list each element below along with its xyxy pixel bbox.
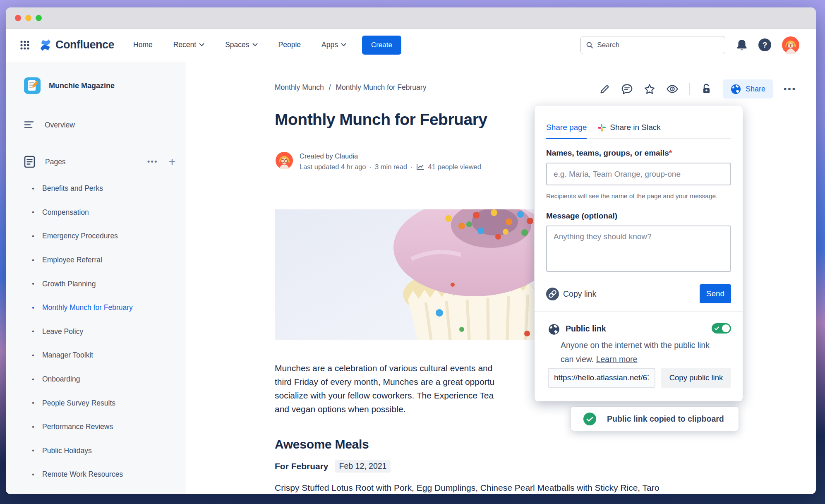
watch-icon[interactable] — [666, 84, 679, 94]
sidebar-page-item[interactable]: •Emergency Procedures — [6, 224, 185, 248]
nav-apps[interactable]: Apps — [321, 41, 346, 49]
copy-public-link-button[interactable]: Copy public link — [661, 368, 731, 388]
learn-more-link[interactable]: Learn more — [596, 355, 638, 364]
toolbar-divider — [689, 83, 690, 95]
sidebar-page-item[interactable]: •Benefits and Perks — [6, 177, 185, 201]
space-header[interactable]: Munchie Magazine — [24, 77, 115, 94]
avatar[interactable] — [782, 36, 799, 54]
required-asterisk: * — [669, 149, 672, 157]
author-avatar[interactable] — [276, 152, 293, 169]
main-menu: Home Recent Spaces People Apps — [133, 41, 346, 49]
space-icon — [24, 77, 41, 94]
minimize-window-button[interactable] — [25, 15, 31, 21]
toast-message: Public link copied to clipboard — [607, 414, 724, 424]
nav-recent[interactable]: Recent — [173, 41, 204, 49]
share-dialog-tabs: Share page Share in Slack — [546, 123, 731, 132]
nav-home[interactable]: Home — [133, 41, 153, 49]
chevron-down-icon — [252, 43, 258, 47]
page-toolbar: Share ••• — [599, 79, 796, 99]
sidebar-page-item[interactable]: •Remote Work Resources — [6, 463, 185, 487]
sidebar-page-item[interactable]: •Employee Referral — [6, 248, 185, 272]
byline-author: Created by Claudia — [300, 152, 481, 160]
search-box[interactable] — [580, 36, 725, 54]
message-label: Message (optional) — [546, 211, 731, 221]
success-check-icon — [583, 413, 596, 425]
confluence-logo-icon — [39, 38, 52, 52]
breadcrumb-separator: / — [329, 83, 331, 92]
zoom-window-button[interactable] — [36, 15, 42, 21]
byline: Created by Claudia Last updated 4 hr ago… — [276, 152, 481, 171]
message-textarea[interactable] — [546, 226, 731, 272]
search-input[interactable] — [597, 41, 720, 49]
window-titlebar — [6, 7, 816, 29]
sidebar-page-item[interactable]: •People Survey Results — [6, 391, 185, 415]
space-name: Munchie Magazine — [49, 82, 115, 90]
public-link-title: Public link — [566, 323, 606, 334]
navbar-right: ? — [736, 36, 799, 54]
send-button[interactable]: Send — [700, 284, 731, 303]
sidebar-page-item[interactable]: •Leave Policy — [6, 320, 185, 344]
public-link-toggle[interactable] — [712, 323, 731, 334]
meals-paragraph: Crispy Stuffed Lotus Root with Pork, Egg… — [275, 479, 659, 494]
sidebar-page-item-active[interactable]: •Monthly Munch for February — [6, 296, 185, 320]
copy-link-label: Copy link — [563, 289, 596, 299]
intro-paragraph: Munches are a celebration of various cul… — [275, 361, 494, 416]
breadcrumb-parent[interactable]: Monthly Munch — [275, 83, 324, 92]
names-helper-text: Recipients will see the name of the page… — [546, 192, 731, 200]
page-title: Monthly Munch for February — [275, 110, 487, 129]
views-icon — [416, 163, 425, 170]
names-label: Names, teams, groups, or emails* — [546, 149, 731, 158]
app-window: Confluence Home Recent Spaces People App… — [6, 7, 816, 494]
create-button[interactable]: Create — [362, 36, 401, 55]
help-icon[interactable]: ? — [758, 38, 771, 51]
tab-share-page[interactable]: Share page — [546, 123, 587, 132]
check-icon — [714, 326, 719, 331]
link-icon — [546, 288, 559, 300]
sidebar-page-item[interactable]: •Public Holidays — [6, 439, 185, 463]
search-icon — [586, 41, 593, 49]
comments-icon[interactable] — [621, 84, 633, 95]
chevron-down-icon — [341, 43, 346, 47]
section-heading: Awesome Meals — [275, 437, 369, 451]
sidebar-page-item[interactable]: •Performance Reviews — [6, 415, 185, 439]
product-name: Confluence — [55, 38, 114, 51]
nav-spaces[interactable]: Spaces — [225, 41, 257, 49]
copy-link-button[interactable]: Copy link — [546, 288, 596, 300]
slack-icon — [597, 123, 606, 132]
sidebar-page-item[interactable]: •Growth Planning — [6, 272, 185, 296]
sidebar-page-item[interactable]: •Work From Home Policy — [6, 487, 185, 494]
chevron-down-icon — [199, 43, 204, 47]
pages-more-icon[interactable]: ••• — [147, 157, 158, 166]
nav-people[interactable]: People — [278, 41, 301, 49]
public-link-url-input[interactable] — [548, 368, 655, 388]
share-button-label: Share — [746, 85, 765, 94]
app-switcher-icon[interactable] — [20, 40, 30, 50]
top-navbar: Confluence Home Recent Spaces People App… — [6, 29, 816, 61]
pages-add-icon[interactable]: + — [169, 155, 175, 168]
globe-icon — [548, 323, 560, 336]
toast-notification: Public link copied to clipboard — [571, 407, 739, 431]
breadcrumb-current[interactable]: Monthly Munch for February — [336, 83, 427, 92]
more-actions-icon[interactable]: ••• — [784, 84, 796, 94]
overview-icon — [24, 120, 35, 130]
sidebar-page-item[interactable]: •Onboarding — [6, 367, 185, 391]
names-input[interactable] — [546, 163, 731, 185]
active-tab-underline — [546, 138, 587, 139]
sidebar-page-item[interactable]: •Manager Toolkit — [6, 343, 185, 367]
edit-icon[interactable] — [599, 84, 610, 95]
share-button[interactable]: Share — [723, 79, 773, 98]
date-chip: Feb 12, 2021 — [335, 460, 391, 473]
sidebar-item-pages[interactable]: Pages ••• + — [24, 155, 175, 168]
sidebar-item-overview[interactable]: Overview — [24, 120, 75, 130]
dialog-section-divider — [535, 311, 743, 312]
sidebar: Munchie Magazine Overview Pages ••• + — [6, 62, 185, 494]
tab-share-in-slack[interactable]: Share in Slack — [597, 123, 661, 132]
confluence-logo[interactable]: Confluence — [39, 38, 114, 52]
star-icon[interactable] — [644, 84, 655, 95]
sidebar-page-item[interactable]: •Compensation — [6, 201, 185, 225]
public-link-description: Anyone on the internet with the public l… — [561, 338, 710, 366]
notifications-icon[interactable] — [736, 39, 748, 51]
unlock-icon[interactable] — [701, 83, 712, 95]
byline-meta: Last updated 4 hr ago · 3 min read · 41 … — [300, 163, 481, 171]
close-window-button[interactable] — [15, 15, 21, 21]
